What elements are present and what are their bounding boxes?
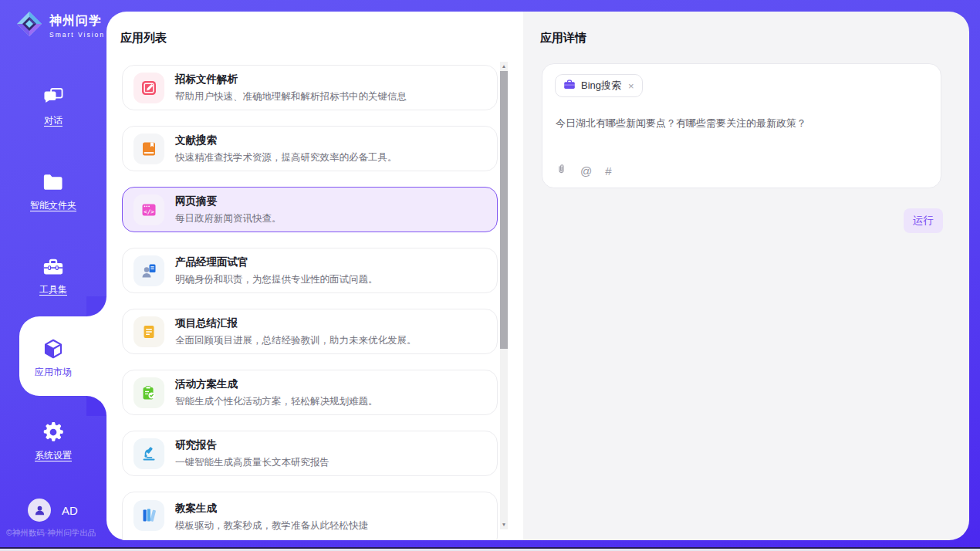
main-panel: 应用列表 招标文件解析 帮助用户快速、准确地理解和解析招标书中的关键信息 (106, 12, 969, 540)
app-desc: 明确身份和职责，为您提供专业性的面试问题。 (175, 273, 378, 286)
edit-document-icon (133, 73, 164, 103)
sidebar-item-app-market[interactable]: 应用市场 (0, 336, 106, 379)
scrollbar-thumb[interactable] (500, 71, 508, 349)
app-name: 活动方案生成 (175, 377, 378, 391)
tag-close-icon[interactable]: × (628, 80, 634, 92)
app-name: 网页摘要 (175, 194, 282, 208)
tag-label: Bing搜索 (581, 79, 621, 93)
gear-icon (0, 420, 106, 445)
app-card-bid-document-analysis[interactable]: 招标文件解析 帮助用户快速、准确地理解和解析招标书中的关键信息 (122, 65, 498, 110)
app-list-pane: 应用列表 招标文件解析 帮助用户快速、准确地理解和解析招标书中的关键信息 (106, 12, 523, 540)
avatar (28, 499, 51, 522)
sidebar-item-label: 对话 (0, 114, 106, 127)
app-detail-pane: 应用详情 Bing搜索 × 今日湖北有哪些新闻要点？有哪些需要关注的最新政策？ (523, 12, 969, 540)
browser-code-icon: </> (133, 194, 164, 225)
app-card-event-plan[interactable]: 活动方案生成 智能生成个性化活动方案，轻松解决规划难题。 (122, 370, 498, 415)
app-card-web-summary[interactable]: </> 网页摘要 每日政府新闻资讯快查。 (122, 187, 498, 232)
chat-icon (0, 85, 106, 110)
sidebar-item-chat[interactable]: 对话 (0, 85, 106, 127)
app-desc: 每日政府新闻资讯快查。 (175, 212, 282, 225)
bing-search-tag[interactable]: Bing搜索 × (555, 74, 643, 97)
app-desc: 快速精准查找学术资源，提高研究效率的必备工具。 (175, 151, 397, 164)
sidebar-item-label: 工具集 (0, 283, 106, 296)
app-card-literature-search[interactable]: 文献搜索 快速精准查找学术资源，提高研究效率的必备工具。 (122, 126, 498, 171)
microscope-icon (133, 438, 164, 469)
brand-subtitle: Smart Vision (49, 31, 105, 39)
scrollbar-down-arrow-icon[interactable]: ▼ (500, 520, 508, 529)
app-desc: 智能生成个性化活动方案，轻松解决规划难题。 (175, 395, 378, 408)
app-name: 文献搜索 (175, 134, 397, 147)
app-desc: 帮助用户快速、准确地理解和解析招标书中的关键信息 (175, 90, 407, 103)
sidebar-item-label: 系统设置 (0, 449, 106, 462)
folder-icon (0, 170, 106, 194)
app-card-pm-interviewer[interactable]: 产品经理面试官 明确身份和职责，为您提供专业性的面试问题。 (122, 248, 498, 293)
sidebar-item-toolset[interactable]: 工具集 (0, 254, 106, 296)
app-desc: 模板驱动，教案秒成，教学准备从此轻松快捷 (175, 519, 368, 532)
app-name: 招标文件解析 (175, 73, 407, 86)
paperclip-icon[interactable] (556, 163, 567, 178)
user-initials: AD (62, 504, 78, 517)
summary-document-icon (133, 316, 164, 347)
app-card-project-summary[interactable]: 项目总结汇报 全面回顾项目进展，总结经验教训，助力未来优化发展。 (122, 309, 498, 354)
hash-icon[interactable]: # (605, 164, 611, 177)
query-input[interactable]: 今日湖北有哪些新闻要点？有哪些需要关注的最新政策？ (556, 117, 928, 130)
app-name: 教案生成 (175, 502, 368, 516)
sidebar: 神州问学 Smart Vision 对话 智能文件夹 (0, 0, 106, 551)
app-list-title: 应用列表 (120, 31, 167, 46)
scrollbar-up-arrow-icon[interactable]: ▲ (500, 62, 508, 71)
run-button[interactable]: 运行 (904, 208, 943, 233)
sidebar-item-label: 应用市场 (0, 366, 106, 379)
app-input-card: Bing搜索 × 今日湖北有哪些新闻要点？有哪些需要关注的最新政策？ @ # (542, 63, 941, 188)
book-icon (133, 134, 164, 164)
books-icon (133, 500, 164, 531)
copyright-footer: ©神州数码·神州问学出品 (6, 528, 96, 539)
app-card-lesson-plan[interactable]: 教案生成 模板驱动，教案秒成，教学准备从此轻松快捷 (122, 492, 498, 540)
input-toolbar: @ # (556, 163, 612, 178)
interviewer-icon (133, 255, 164, 286)
sidebar-item-smart-folder[interactable]: 智能文件夹 (0, 170, 106, 212)
app-name: 项目总结汇报 (175, 316, 417, 330)
clipboard-check-icon (133, 377, 164, 408)
svg-text:</>: </> (144, 208, 154, 215)
app-list-scrollbar[interactable]: ▲ ▼ (500, 62, 508, 529)
sidebar-item-settings[interactable]: 系统设置 (0, 420, 106, 462)
cube-icon (0, 336, 106, 361)
app-desc: 全面回顾项目进展，总结经验教训，助力未来优化发展。 (175, 334, 417, 347)
app-name: 研究报告 (175, 438, 329, 452)
brand-diamond-icon (15, 10, 43, 41)
app-desc: 一键智能生成高质量长文本研究报告 (175, 456, 329, 469)
app-detail-title: 应用详情 (540, 31, 586, 46)
user-account[interactable]: AD (28, 499, 78, 522)
app-card-research-report[interactable]: 研究报告 一键智能生成高质量长文本研究报告 (122, 431, 498, 476)
at-icon[interactable]: @ (580, 164, 592, 177)
app-name: 产品经理面试官 (175, 255, 378, 269)
toolbox-icon (0, 254, 106, 279)
app-logo: 神州问学 Smart Vision (15, 10, 105, 41)
briefcase-icon (563, 79, 576, 93)
sidebar-item-label: 智能文件夹 (0, 199, 106, 212)
brand-name: 神州问学 (49, 13, 105, 29)
